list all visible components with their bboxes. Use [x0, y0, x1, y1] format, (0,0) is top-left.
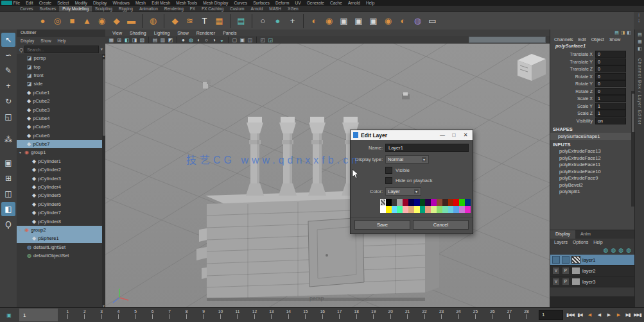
color-swatch[interactable] — [448, 199, 454, 206]
color-swatch[interactable] — [437, 206, 442, 213]
shape-name[interactable]: polySurfaceShape1 — [550, 133, 635, 140]
color-swatch[interactable] — [420, 206, 426, 213]
shelf-tab[interactable]: Curves — [17, 6, 37, 12]
toolbox-tool-icon[interactable]: ◱ — [1, 110, 15, 124]
color-swatch[interactable] — [453, 199, 459, 206]
layer-playback-toggle[interactable]: P — [562, 267, 570, 275]
outliner-item[interactable]: ◆ pCylinder1 — [17, 157, 102, 165]
viewport-toolbar-icon[interactable] — [228, 37, 229, 43]
color-swatch[interactable] — [386, 206, 392, 213]
viewport-menu-item[interactable]: Lighting — [151, 31, 173, 35]
shelf-icon[interactable]: ▲ — [80, 14, 94, 28]
input-node-item[interactable]: polySplit1 — [550, 189, 635, 196]
shelf-tab[interactable]: Surfaces — [37, 6, 60, 12]
outliner-item[interactable]: ◆ pCube7 — [17, 140, 102, 148]
shelf-icon[interactable]: ■ — [65, 14, 79, 28]
shelf-icon[interactable]: ● — [36, 14, 49, 28]
sidebar-toggle-icon[interactable]: ▦ — [638, 39, 642, 44]
viewport-toolbar-icon[interactable]: ◨ — [131, 37, 138, 43]
outliner-item[interactable]: ◆ pSphere1 — [17, 234, 102, 242]
shelf-tab[interactable]: Animation — [136, 6, 161, 12]
shelf-tab[interactable]: Rigging — [116, 6, 136, 12]
toolbox-tool-icon[interactable]: ↻ — [1, 94, 15, 108]
outliner-item[interactable]: ◆ pCube3 — [17, 105, 102, 114]
new-layer-button-icon[interactable]: ◍ — [626, 247, 631, 253]
toolbox-tool-icon[interactable]: ⁂ — [1, 133, 15, 147]
shelf-icon[interactable]: T — [198, 14, 211, 28]
menu-item[interactable]: Create — [36, 1, 55, 5]
layer-color-swatch[interactable] — [571, 278, 580, 285]
layer-color-swatch[interactable] — [571, 267, 580, 275]
color-swatch[interactable] — [403, 199, 408, 206]
outliner-search-input[interactable] — [24, 46, 99, 53]
viewport-toolbar-icon[interactable]: ◧ — [123, 37, 130, 43]
color-swatch[interactable] — [465, 206, 471, 213]
viewport-menu-item[interactable]: Show — [174, 31, 192, 35]
channel-value-field[interactable]: 0 — [595, 73, 626, 80]
cancel-button[interactable]: Cancel — [413, 220, 469, 230]
layer-visible-toggle[interactable]: V — [552, 267, 560, 275]
color-mode-dropdown[interactable]: Layer ▾ — [385, 187, 421, 196]
shelf-icon[interactable] — [230, 14, 231, 28]
viewport-camera-field[interactable] — [469, 37, 546, 43]
outliner-item[interactable]: ◪ persp — [17, 54, 102, 62]
viewport-toolbar-icon[interactable]: ◍ — [187, 37, 195, 43]
outliner-item[interactable]: ◆ pCylinder5 — [17, 191, 102, 199]
outliner-menu-item[interactable]: Show — [40, 38, 51, 43]
toolbox-tool-icon[interactable]: ✎ — [1, 64, 15, 78]
outliner-item[interactable]: ▾ ◉ group1 — [17, 148, 102, 157]
menu-item[interactable]: Windows — [110, 1, 133, 5]
maximize-button[interactable]: □ — [449, 132, 458, 138]
outliner-item[interactable]: ◆ pCylinder8 — [17, 217, 102, 225]
outliner-item[interactable]: ◆ pCube5 — [17, 123, 102, 131]
toolbox-tool-icon[interactable]: ↖ — [1, 33, 15, 47]
menu-item[interactable]: Curves — [231, 1, 250, 5]
minimize-button[interactable]: — — [438, 132, 447, 138]
input-node-item[interactable]: polyExtrudeFace9 — [550, 175, 635, 182]
shelf-tab[interactable]: Rendering — [161, 6, 187, 12]
current-frame-field[interactable]: 1 — [539, 310, 563, 320]
viewport-toolbar-icon[interactable]: ▥ — [159, 37, 166, 43]
color-swatch[interactable] — [397, 206, 403, 213]
viewport-toolbar-icon[interactable]: ▦ — [108, 37, 115, 43]
color-swatch[interactable] — [380, 199, 386, 206]
viewport-toolbar-icon[interactable] — [177, 37, 177, 43]
shelf-icon[interactable] — [303, 14, 304, 28]
viewport-menu-item[interactable]: Panels — [220, 31, 239, 35]
color-swatch[interactable] — [425, 206, 431, 213]
color-swatch[interactable] — [408, 206, 414, 213]
layer-visible-toggle[interactable] — [552, 256, 560, 264]
viewport-toolbar-icon[interactable]: ◲ — [267, 37, 274, 43]
channel-box-menu-item[interactable]: Edit — [579, 37, 586, 42]
menu-item[interactable]: Generate — [304, 1, 327, 5]
viewport-toolbar-icon[interactable]: ● — [180, 37, 187, 43]
display-type-dropdown[interactable]: Normal ▾ — [385, 155, 429, 164]
shelf-icon[interactable]: ◉ — [322, 14, 336, 28]
channel-value-field[interactable]: 1 — [595, 103, 626, 110]
outliner-item[interactable]: ◆ pCube2 — [17, 97, 102, 105]
input-node-item[interactable]: polyExtrudeFace12 — [550, 155, 635, 162]
toolbox-tool-icon[interactable]: ◧ — [1, 202, 15, 216]
menu-item[interactable]: Mesh Display — [200, 1, 231, 5]
channel-box-header-icon[interactable]: ▤ — [614, 30, 619, 35]
shelf-icon[interactable] — [164, 14, 164, 28]
search-filter-dropdown-icon[interactable]: ▾ — [100, 47, 103, 52]
outliner-menu-item[interactable]: Help — [58, 38, 66, 43]
layer-editor-tab[interactable]: Display — [550, 230, 575, 239]
save-button[interactable]: Save — [354, 220, 410, 230]
viewport-toolbar-icon[interactable]: ⊞ — [116, 37, 123, 43]
color-swatch[interactable] — [437, 199, 442, 206]
channel-value-field[interactable]: 0 — [595, 80, 626, 87]
channel-value-field[interactable]: 1 — [595, 95, 626, 102]
shelf-icon[interactable]: ≋ — [183, 14, 196, 28]
expand-arrow-icon[interactable]: ▾ — [18, 150, 22, 155]
viewport-menu-item[interactable]: Renderer — [193, 31, 218, 35]
menu-item[interactable]: Select — [55, 1, 72, 5]
channel-value-field[interactable]: 0 — [595, 65, 626, 72]
color-swatch[interactable] — [420, 199, 426, 206]
color-swatch[interactable] — [408, 199, 414, 206]
shelf-icon[interactable]: ▣ — [367, 14, 380, 28]
menu-item[interactable]: Modify — [72, 1, 90, 5]
channel-value-field[interactable]: 0 — [595, 88, 626, 95]
color-swatch[interactable] — [380, 206, 386, 213]
